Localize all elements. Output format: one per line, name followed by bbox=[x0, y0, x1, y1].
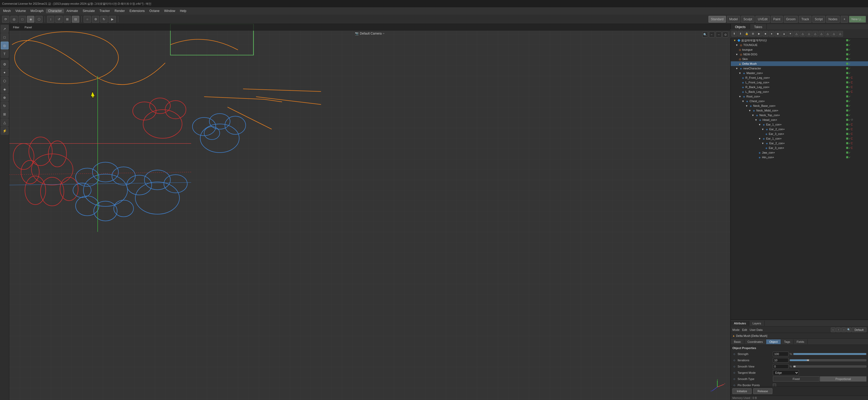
obj-item-hincon[interactable]: ◈ Hin_con+ ✓ bbox=[731, 155, 868, 160]
attr-input-smoothview[interactable] bbox=[773, 364, 788, 369]
menu-animate[interactable]: Animate bbox=[64, 8, 80, 13]
toolbar-btn-1[interactable]: ⟳ bbox=[2, 16, 9, 23]
panel-icon-5[interactable]: ▶ bbox=[756, 31, 762, 37]
panel-icon-14[interactable]: △ bbox=[812, 31, 818, 37]
toolbar-btn-2[interactable]: ◎ bbox=[10, 16, 18, 23]
obj-item-ear1con2[interactable]: ▼ ◈ Ear_1_con+ ✓ C bbox=[731, 136, 868, 141]
left-btn-12[interactable]: △ bbox=[1, 119, 8, 126]
toolbar-new-layout[interactable]: New Li... bbox=[849, 16, 866, 23]
panel-icon-1[interactable]: ⬆ bbox=[731, 31, 737, 37]
vp-btn-back[interactable]: ← bbox=[709, 32, 715, 37]
menu-tracker[interactable]: Tracker bbox=[97, 8, 112, 13]
obj-item-jawcon[interactable]: ◈ Jaw_con+ ✓ bbox=[731, 150, 868, 155]
obj-item-neckbase[interactable]: ▼ ◈ Neck_Base_con+ ✓ bbox=[731, 103, 868, 108]
panel-icon-8[interactable]: ◆ bbox=[775, 31, 781, 37]
attr-slider-smoothview[interactable] bbox=[793, 365, 866, 368]
attr-nav-up[interactable]: ↑ bbox=[836, 328, 841, 332]
menu-mograph[interactable]: MoGraph bbox=[28, 8, 45, 13]
attr-subtab-coordinates[interactable]: Coordinates bbox=[744, 339, 766, 344]
attr-slider-iterations[interactable] bbox=[789, 359, 866, 361]
panel-icon-15[interactable]: △ bbox=[819, 31, 824, 37]
left-btn-13[interactable]: ⚡ bbox=[1, 127, 8, 135]
menu-help[interactable]: Help bbox=[178, 8, 189, 13]
left-btn-11[interactable]: ⊞ bbox=[1, 110, 8, 118]
panel-icon-9[interactable]: ▲ bbox=[781, 31, 787, 37]
menu-extensions[interactable]: Extensions bbox=[127, 8, 147, 13]
attr-checkbox-pinborder[interactable] bbox=[773, 383, 776, 387]
attr-tab-layers[interactable]: Layers bbox=[749, 321, 764, 326]
panel-icon-2[interactable]: ⬇ bbox=[738, 31, 743, 37]
obj-item-ear3con[interactable]: ◈ Ear_3_con+ ✓ C bbox=[731, 131, 868, 136]
left-btn-9[interactable]: ⊕ bbox=[1, 94, 8, 101]
obj-item-rootcon[interactable]: ▼ ◈ Root_con+ ✓ bbox=[731, 94, 868, 99]
toolbar-refresh[interactable]: ↻ bbox=[100, 16, 107, 23]
left-btn-8[interactable]: ◈ bbox=[1, 85, 8, 93]
vp-btn-reset[interactable]: ⊙ bbox=[722, 32, 728, 37]
obj-item-newcharacter[interactable]: ▼ ◈ newCharacter ✓ bbox=[731, 66, 868, 71]
obj-item-rfrontleg[interactable]: ◈ R_Front_Leg_con+ ✓ C bbox=[731, 75, 868, 80]
attr-subtab-tags[interactable]: Tags bbox=[781, 339, 794, 344]
obj-item-ear1con[interactable]: ▼ ◈ Ear_1_con+ ✓ C bbox=[731, 122, 868, 127]
menu-simulate[interactable]: Simulate bbox=[81, 8, 97, 13]
obj-item-rbackleg[interactable]: ◈ R_Back_Leg_con+ ✓ C bbox=[731, 85, 868, 89]
vp-panel[interactable]: Panel bbox=[23, 25, 33, 29]
attr-subtab-object[interactable]: Object bbox=[766, 339, 781, 344]
vp-filter[interactable]: Filter bbox=[11, 25, 21, 29]
menu-render[interactable]: Render bbox=[113, 8, 127, 13]
attr-btn-release[interactable]: Release bbox=[753, 388, 772, 394]
obj-item-chestcon[interactable]: ▼ ◈ Chest_con+ ✓ bbox=[731, 99, 868, 103]
toolbar-groom[interactable]: Groom bbox=[784, 16, 798, 23]
toolbar-anim[interactable]: ▶ bbox=[108, 16, 116, 23]
left-btn-object[interactable]: ◎ bbox=[1, 41, 8, 50]
obj-item-root[interactable]: ▼ 🔷 음길때애열개작타단 ✓ bbox=[731, 38, 868, 42]
obj-item-skin[interactable]: ◎ Skin ✓ bbox=[731, 57, 868, 61]
toolbar-btn-4[interactable]: ◈ bbox=[27, 16, 34, 23]
left-btn-6[interactable]: ✦ bbox=[1, 69, 8, 76]
attr-subtab-basic[interactable]: Basic bbox=[731, 339, 744, 344]
menu-octane[interactable]: Octane bbox=[147, 8, 162, 13]
panel-icon-4[interactable]: ⊞ bbox=[750, 31, 756, 37]
panel-icon-6[interactable]: ■ bbox=[763, 31, 768, 37]
attr-nav-forward[interactable]: → bbox=[841, 328, 846, 332]
panel-icon-13[interactable]: △ bbox=[806, 31, 812, 37]
attr-nav-search[interactable]: 🔍 bbox=[846, 328, 851, 332]
toolbar-sculpt[interactable]: Sculpt bbox=[741, 16, 754, 23]
toolbar-script[interactable]: Script bbox=[812, 16, 825, 23]
toolbar-grid2[interactable]: ⊟ bbox=[72, 16, 79, 23]
obj-item-headcon[interactable]: ▼ ◈ Head_con+ ✓ ⏱ bbox=[731, 118, 868, 122]
left-btn-5[interactable]: ⚙ bbox=[1, 60, 8, 68]
attr-input-strength[interactable] bbox=[773, 352, 788, 356]
menu-mesh[interactable]: Mesh bbox=[1, 8, 13, 13]
toolbar-paint[interactable]: Paint bbox=[771, 16, 782, 23]
obj-item-toungue[interactable]: ▼ ◎ TOUNGUE ✓ bbox=[731, 42, 868, 47]
panel-icon-3[interactable]: 🔒 bbox=[744, 31, 749, 37]
obj-item-ear2con2[interactable]: ▼ ◈ Ear_2_con+ ✓ C bbox=[731, 141, 868, 146]
obj-item-lfrontleg[interactable]: ◈ L_Front_Leg_con+ ✓ C bbox=[731, 80, 868, 85]
attr-split-proportional[interactable]: Proportional bbox=[820, 376, 866, 381]
attr-nav-back[interactable]: ← bbox=[831, 328, 836, 332]
attr-input-iterations[interactable] bbox=[773, 358, 788, 363]
left-btn-select[interactable]: ↗ bbox=[1, 25, 8, 33]
obj-item-toungue2[interactable]: ◎ toungue ✓ bbox=[731, 47, 868, 52]
attr-subtab-fields[interactable]: Fields bbox=[794, 339, 807, 344]
obj-item-ear3con2[interactable]: ◈ Ear_3_con+ ✓ C bbox=[731, 146, 868, 150]
left-btn-text[interactable]: T bbox=[1, 50, 8, 58]
viewport[interactable]: Filter Panel 📷 Default Camera ✏ 🔍 ← → ⊙ … bbox=[9, 24, 730, 400]
obj-item-mastercon[interactable]: ▼ ◈ Master_con+ ✓ bbox=[731, 71, 868, 75]
attr-menu-userdata[interactable]: User Data bbox=[750, 328, 763, 331]
panel-icon-18[interactable]: △ bbox=[837, 31, 843, 37]
toolbar-plus[interactable]: + bbox=[841, 16, 848, 23]
toolbar-standard[interactable]: Standard bbox=[709, 16, 726, 23]
vp-btn-forward[interactable]: → bbox=[716, 32, 721, 37]
panel-icon-17[interactable]: △ bbox=[831, 31, 837, 37]
menu-window[interactable]: Window bbox=[162, 8, 178, 13]
vp-btn-search[interactable]: 🔍 bbox=[702, 32, 708, 37]
toolbar-settings[interactable]: ⚙ bbox=[92, 16, 99, 23]
toolbar-nodes[interactable]: Nodes bbox=[826, 16, 840, 23]
toolbar-model[interactable]: Model bbox=[727, 16, 740, 23]
panel-icon-16[interactable]: △ bbox=[825, 31, 831, 37]
obj-item-lbackleg[interactable]: ◈ L_Back_Leg_con+ ✓ C bbox=[731, 89, 868, 94]
toolbar-rotate[interactable]: ↺ bbox=[55, 16, 63, 23]
obj-item-neckmidd[interactable]: ▼ ◈ Neck_Midd_con+ ✓ bbox=[731, 108, 868, 113]
toolbar-uvedit[interactable]: UVEdit bbox=[755, 16, 770, 23]
